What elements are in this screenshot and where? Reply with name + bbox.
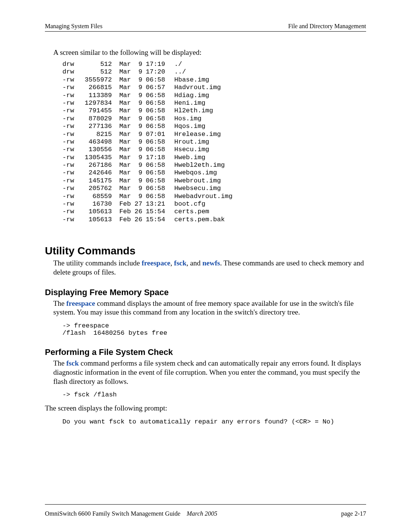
footer-right: page 2-17 xyxy=(341,510,366,518)
footer-guide-title: OmniSwitch 6600 Family Switch Management… xyxy=(45,510,180,517)
newfs-link[interactable]: newfs xyxy=(202,259,220,267)
freespace-link-inline[interactable]: freespace xyxy=(66,299,95,307)
footer-rule xyxy=(45,504,366,505)
fsck-link-inline[interactable]: fsck xyxy=(66,359,79,367)
text: The xyxy=(53,359,66,367)
footer-date: March 2005 xyxy=(187,510,218,517)
page-header: Managing System Files File and Directory… xyxy=(45,23,366,30)
text: command displays the amount of free memo… xyxy=(53,299,354,316)
intro-text: A screen similar to the following will b… xyxy=(53,48,366,57)
freespace-paragraph: The freespace command displays the amoun… xyxy=(53,299,366,317)
fsck-paragraph: The fsck command performs a file system … xyxy=(53,359,366,386)
header-right: File and Directory Management xyxy=(288,23,366,30)
freespace-output: -> freespace /flash 16480256 bytes free xyxy=(62,322,366,337)
text: The utility commands include xyxy=(53,259,142,267)
page-footer: OmniSwitch 6600 Family Switch Management… xyxy=(45,510,366,518)
header-rule xyxy=(45,31,366,32)
section-utility-commands: Utility Commands xyxy=(45,245,366,257)
text: , and xyxy=(186,259,202,267)
header-left: Managing System Files xyxy=(45,23,102,30)
fsck-link[interactable]: fsck xyxy=(174,259,186,267)
footer-left: OmniSwitch 6600 Family Switch Management… xyxy=(45,510,217,518)
section-free-memory: Displaying Free Memory Space xyxy=(45,288,366,297)
text: command performs a file system check and… xyxy=(53,359,361,385)
freespace-link[interactable]: freespace xyxy=(142,259,170,267)
section-fsck: Performing a File System Check xyxy=(45,347,366,357)
fsck-after-text: The screen displays the following prompt… xyxy=(45,404,366,413)
utility-paragraph: The utility commands include freespace, … xyxy=(53,259,366,277)
text: The xyxy=(53,299,66,307)
fsck-command: -> fsck /flash xyxy=(62,391,366,398)
text: , xyxy=(170,259,174,267)
fsck-prompt-output: Do you want fsck to automatically repair… xyxy=(62,418,366,425)
directory-listing: drw512Mar917:19./drw512Mar917:20../-rw35… xyxy=(62,61,366,224)
